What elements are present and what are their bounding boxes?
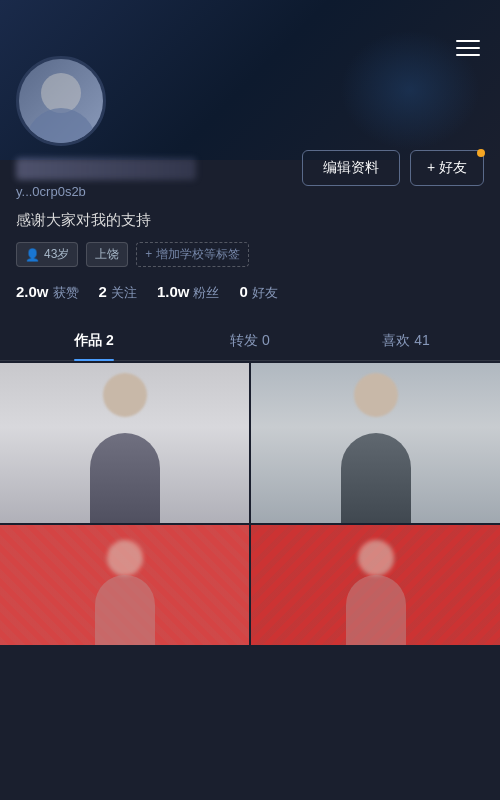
- menu-button[interactable]: [452, 36, 484, 60]
- likes-count: 2.0w: [16, 283, 49, 300]
- tab-likes[interactable]: 喜欢 41: [328, 322, 484, 360]
- body-silhouette-2: [341, 433, 411, 523]
- stats-row: 2.0w 获赞 2 关注 1.0w 粉丝 0 好友: [16, 283, 484, 302]
- tags-row: 👤 43岁 上饶 + 增加学校等标签: [16, 242, 484, 267]
- following-label: 关注: [111, 284, 137, 302]
- content-item-1[interactable]: [0, 363, 249, 523]
- likes-stat: 2.0w 获赞: [16, 283, 79, 302]
- profile-buttons: 编辑资料 + 好友: [302, 150, 484, 186]
- hamburger-icon[interactable]: [452, 36, 484, 60]
- edit-profile-button[interactable]: 编辑资料: [302, 150, 400, 186]
- followers-count: 1.0w: [157, 283, 190, 300]
- tabs-row: 作品 2 转发 0 喜欢 41: [0, 322, 500, 361]
- content-item-3[interactable]: [0, 525, 249, 645]
- person-icon: 👤: [25, 248, 40, 262]
- location-tag: 上饶: [86, 242, 128, 267]
- add-tag-button[interactable]: + 增加学校等标签: [136, 242, 248, 267]
- body-silhouette: [90, 433, 160, 523]
- tab-works[interactable]: 作品 2: [16, 322, 172, 360]
- profile-section: y...0crp0s2b 感谢大家对我的支持 👤 43岁 上饶 + 增加学校等标…: [0, 56, 500, 645]
- following-stat[interactable]: 2 关注: [99, 283, 137, 302]
- followers-label: 粉丝: [193, 284, 219, 302]
- age-label: 43岁: [44, 246, 69, 263]
- followers-stat[interactable]: 1.0w 粉丝: [157, 283, 220, 302]
- add-friend-button[interactable]: + 好友: [410, 150, 484, 186]
- user-info: y...0crp0s2b 感谢大家对我的支持 👤 43岁 上饶 + 增加学校等标…: [16, 158, 484, 361]
- avatar-image: [19, 59, 103, 143]
- face-blur-2: [354, 373, 398, 417]
- friends-stat[interactable]: 0 好友: [239, 283, 277, 302]
- age-tag: 👤 43岁: [16, 242, 78, 267]
- content-grid-row2: [0, 525, 500, 645]
- face-blur: [103, 373, 147, 417]
- friends-label: 好友: [252, 284, 278, 302]
- location-label: 上饶: [95, 246, 119, 263]
- username-blurred: [16, 158, 196, 180]
- content-item-2[interactable]: [251, 363, 500, 523]
- avatar: [16, 56, 106, 146]
- tab-reposts[interactable]: 转发 0: [172, 322, 328, 360]
- likes-label: 获赞: [53, 284, 79, 302]
- user-bio: 感谢大家对我的支持: [16, 209, 484, 230]
- friends-count: 0: [239, 283, 247, 300]
- content-item-4[interactable]: [251, 525, 500, 645]
- user-id: y...0crp0s2b: [16, 184, 484, 199]
- content-grid: [0, 363, 500, 523]
- following-count: 2: [99, 283, 107, 300]
